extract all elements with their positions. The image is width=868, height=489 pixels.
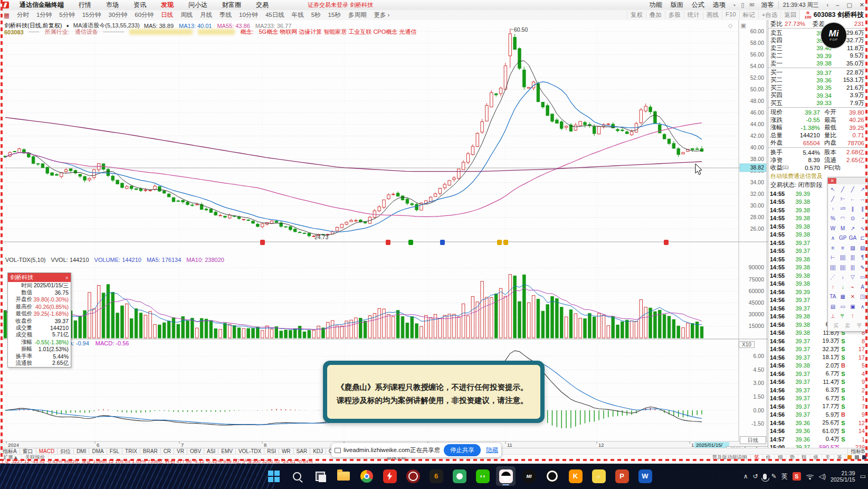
link-dot-icon[interactable]: ● bbox=[66, 23, 69, 29]
tray-volume-icon[interactable]: ◁) bbox=[819, 473, 826, 480]
draw-tool-icon[interactable]: ↖ bbox=[828, 184, 838, 194]
sell-row[interactable]: 卖一39.3835.0万 bbox=[768, 60, 866, 67]
draw-tool-icon[interactable]: ⊢ bbox=[838, 194, 848, 204]
toolbar-画线[interactable]: 画线 bbox=[703, 11, 722, 19]
period-周线[interactable]: 周线 bbox=[177, 11, 196, 19]
mail-icon[interactable]: ✉ bbox=[747, 2, 757, 8]
period-月线[interactable]: 月线 bbox=[196, 11, 216, 19]
menu-item-版面[interactable]: 版面 bbox=[666, 1, 688, 10]
taskbar-start[interactable] bbox=[264, 466, 283, 486]
taskbar-task-view[interactable] bbox=[310, 466, 330, 486]
draw-tool-icon[interactable]: ↑ bbox=[828, 282, 838, 292]
draw-tool-icon[interactable]: ≡ bbox=[828, 243, 838, 253]
toolbar-标记[interactable]: 标记 bbox=[739, 11, 758, 19]
tray-sogou-icon[interactable]: S bbox=[793, 472, 801, 481]
period-30分钟[interactable]: 30分钟 bbox=[104, 11, 131, 19]
collapse-icon[interactable]: ‹ bbox=[823, 2, 833, 8]
stop-sharing-button[interactable]: 停止共享 bbox=[444, 444, 481, 456]
draw-tool-icon[interactable]: |||| bbox=[838, 262, 848, 272]
taskbar-w6-app[interactable]: 6 bbox=[426, 466, 446, 486]
menu-item-功能[interactable]: 功能 bbox=[645, 1, 666, 10]
draw-mode-平[interactable]: 平 bbox=[857, 322, 862, 330]
close-icon[interactable]: × bbox=[65, 275, 69, 281]
period-5秒[interactable]: 5秒 bbox=[308, 11, 325, 19]
draw-tool-icon[interactable]: ▨ bbox=[848, 243, 858, 253]
maximize-icon[interactable]: ▢ bbox=[843, 2, 855, 8]
draw-tool-icon[interactable]: ⊢ bbox=[828, 253, 838, 263]
draw-tool-icon[interactable]: ∥ bbox=[848, 204, 858, 214]
draw-tool-icon[interactable]: W bbox=[828, 223, 838, 233]
taskbar-tdx[interactable] bbox=[380, 466, 399, 486]
buy-row[interactable]: 买三39.3521.6万 bbox=[768, 84, 866, 91]
industry-value[interactable]: 通信设备 bbox=[75, 28, 98, 36]
tray-clock[interactable]: 21:392025/1/15 bbox=[831, 470, 855, 483]
period-60分钟[interactable]: 60分钟 bbox=[131, 11, 157, 19]
menu-item-财富圈[interactable]: 财富圈 bbox=[215, 1, 249, 10]
drawing-toolbar-header[interactable]: ✕ bbox=[828, 177, 867, 184]
draw-tool-icon[interactable]: ∧ bbox=[828, 233, 838, 243]
taskbar-mi-app[interactable]: MI bbox=[519, 466, 539, 486]
taskbar-word[interactable]: W bbox=[635, 466, 655, 486]
draw-tool-icon[interactable]: ¹²³ bbox=[838, 204, 848, 214]
draw-tool-icon[interactable]: ↓ bbox=[838, 272, 848, 283]
period-15分钟[interactable]: 15分钟 bbox=[79, 11, 105, 19]
tray-expand-icon[interactable]: ∧ bbox=[743, 473, 748, 480]
popup-header[interactable]: 剑桥科技 × bbox=[8, 273, 71, 282]
draw-mode-买[interactable]: 买 bbox=[833, 322, 838, 330]
toolbar-叠加[interactable]: 叠加 bbox=[646, 11, 665, 19]
draw-tool-icon[interactable]: M bbox=[838, 223, 848, 233]
toolbar-统计[interactable]: 统计 bbox=[684, 11, 703, 19]
taskbar-kk-app[interactable]: K bbox=[566, 466, 585, 486]
menu-item-公式[interactable]: 公式 bbox=[688, 1, 709, 10]
period-更多 ›[interactable]: 更多 › bbox=[370, 11, 393, 19]
draw-tool-icon[interactable]: ▭ bbox=[838, 302, 848, 312]
draw-tool-icon[interactable]: ↗ bbox=[848, 223, 858, 233]
menu-item-资讯[interactable]: 资讯 bbox=[126, 1, 154, 10]
draw-tool-icon[interactable]: GA bbox=[848, 233, 858, 243]
chart-corner-icons[interactable]: ◇ ▣ bbox=[728, 22, 749, 29]
buy-row[interactable]: 买一39.3722.8万 bbox=[768, 69, 866, 76]
draw-tool-icon[interactable]: ▣ bbox=[848, 302, 858, 312]
sell-row[interactable]: 卖五39.4229.6万 bbox=[768, 29, 866, 36]
guest-label[interactable]: 游客 bbox=[757, 1, 778, 10]
phone-icon[interactable]: ▯ bbox=[738, 2, 747, 8]
toolbar-F10[interactable]: F10 bbox=[722, 11, 739, 19]
draw-tool-icon[interactable]: TA bbox=[828, 292, 838, 302]
minimize-icon[interactable]: – bbox=[832, 2, 843, 8]
draw-tool-icon[interactable]: ▽ bbox=[848, 272, 858, 283]
period-日线[interactable]: 日线 bbox=[157, 11, 177, 19]
taskbar-meeting-app[interactable] bbox=[542, 466, 562, 486]
period-1分钟[interactable]: 1分钟 bbox=[33, 11, 55, 19]
draw-tool-icon[interactable]: |||| bbox=[828, 262, 838, 272]
taskbar-chrome[interactable] bbox=[357, 466, 376, 486]
period-box[interactable]: 日线 bbox=[740, 436, 766, 444]
hide-link[interactable]: 隐藏 bbox=[486, 446, 498, 454]
toolbar-多股[interactable]: 多股 bbox=[665, 11, 684, 19]
menu-item-发现[interactable]: 发现 bbox=[154, 1, 181, 10]
sell-row[interactable]: 卖三39.4011.8万 bbox=[768, 44, 866, 52]
draw-tool-icon[interactable]: ╱ bbox=[848, 184, 858, 194]
menu-item-市场[interactable]: 市场 bbox=[99, 1, 126, 10]
draw-tool-icon[interactable]: ⌁ bbox=[848, 282, 858, 292]
menu-item-行情[interactable]: 行情 bbox=[71, 1, 99, 10]
draw-tool-icon[interactable]: ↓ bbox=[838, 282, 848, 292]
draw-tool-icon[interactable]: GP bbox=[838, 233, 848, 243]
draw-tool-icon[interactable]: ⋰ bbox=[828, 272, 838, 283]
period-多周期[interactable]: 多周期 bbox=[345, 11, 370, 19]
menu-item-问小达[interactable]: 问小达 bbox=[181, 1, 215, 10]
sell-row[interactable]: 卖二39.399.5万 bbox=[768, 52, 866, 60]
draw-tool-icon[interactable]: ╱ bbox=[838, 184, 848, 194]
period-45日线[interactable]: 45日线 bbox=[262, 11, 288, 19]
draw-tool-icon[interactable]: ≡ bbox=[838, 243, 848, 253]
taskbar-wechat[interactable]: ◖◗ bbox=[473, 466, 492, 486]
sell-row[interactable]: 卖四39.4132.7万 bbox=[768, 37, 866, 44]
concept-tags[interactable]: 5G概念 物联网 边缘计算 智能家居 工业互联 CPO概念 光通信 bbox=[259, 28, 416, 36]
buy-row[interactable]: 买五39.337.9万 bbox=[768, 99, 866, 107]
menu-item-选项[interactable]: 选项 bbox=[709, 1, 730, 10]
draw-tool-icon[interactable]: ||| bbox=[848, 253, 858, 263]
draw-tool-icon[interactable]: ╱ bbox=[828, 194, 838, 204]
draw-mode-卖[interactable]: 卖 bbox=[845, 322, 850, 330]
toolbar-+自选[interactable]: +自选 bbox=[758, 11, 781, 19]
toolbar-复权[interactable]: 复权 bbox=[627, 11, 646, 19]
tray-pen-icon[interactable]: ✎ bbox=[771, 473, 777, 480]
